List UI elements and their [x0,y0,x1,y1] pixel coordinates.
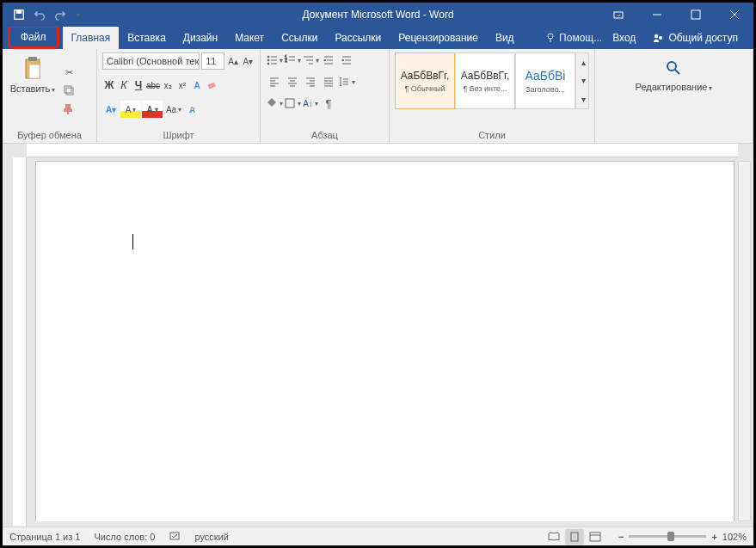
document-page[interactable] [35,161,734,521]
redo-icon[interactable] [51,5,70,24]
pilcrow-icon[interactable]: ¶ [320,95,337,111]
font-color2-icon[interactable]: A▾ [102,101,120,118]
tab-home[interactable]: Главная [63,27,120,49]
print-layout-icon[interactable] [565,529,584,545]
styles-more-icon[interactable]: ▾ [576,90,589,108]
subscript-button[interactable]: x₂ [161,81,175,90]
style-normal[interactable]: АаБбВвГг,¶ Обычный [395,52,455,109]
font-name-combo[interactable]: Calibri (Основной тек [102,52,200,70]
clipboard-icon [19,54,46,82]
editing-button[interactable]: Редактирование [636,52,713,128]
zoom-level[interactable]: 102% [722,532,747,542]
tell-me[interactable]: Помощ... [545,32,602,44]
shrink-font-icon[interactable]: A▾ [242,52,255,70]
language-status[interactable]: русский [194,532,228,542]
horizontal-ruler[interactable] [27,144,738,157]
outdent-icon[interactable] [320,52,337,68]
undo-icon[interactable] [30,5,49,24]
style-heading1[interactable]: АаБбВіЗаголово... [515,52,575,109]
window-title: Документ Microsoft Word - Word [302,9,453,21]
sort-icon[interactable]: A↓ [302,95,319,111]
page-status[interactable]: Страница 1 из 1 [9,532,80,542]
align-left-icon[interactable] [266,74,283,89]
title-bar: Документ Microsoft Word - Word [3,3,753,27]
strike-button[interactable]: abc [146,81,160,90]
line-spacing-icon[interactable] [338,74,355,89]
zoom-slider[interactable] [629,535,706,538]
svg-point-56 [667,62,676,71]
styles-up-icon[interactable]: ▴ [576,53,589,71]
paste-button[interactable]: Вставить [8,52,58,128]
svg-rect-55 [286,99,294,108]
multilevel-icon[interactable] [302,52,319,68]
tab-references[interactable]: Ссылки [273,27,326,49]
tab-view[interactable]: Вид [487,27,523,49]
tell-me-label: Помощ... [559,32,602,44]
font-color-icon[interactable]: A [142,101,163,118]
format-painter-icon[interactable] [61,101,77,116]
web-layout-icon[interactable] [586,529,605,545]
zoom-out-icon[interactable]: − [618,532,624,542]
save-icon[interactable] [9,5,28,24]
svg-point-9 [655,34,658,38]
ribbon-options-icon[interactable] [599,3,637,27]
bullets-icon[interactable] [266,52,283,68]
clear-format-icon[interactable]: A̷ [185,101,199,118]
close-icon[interactable] [715,3,753,27]
svg-line-57 [675,70,679,74]
styles-title: Стили [390,128,594,143]
word-count[interactable]: Число слов: 0 [94,532,155,542]
bold-button[interactable]: Ж [102,79,116,91]
copy-icon[interactable] [61,83,77,98]
tab-design[interactable]: Дизайн [175,27,226,49]
read-mode-icon[interactable] [544,529,563,545]
proofing-icon[interactable] [169,530,181,544]
maximize-icon[interactable] [676,3,715,27]
superscript-button[interactable]: x² [175,81,189,90]
justify-icon[interactable] [320,74,337,89]
group-editing: Редактирование [595,49,753,143]
qat-customize-icon[interactable] [71,5,83,24]
ribbon-tabs: Файл Главная Вставка Дизайн Макет Ссылки… [3,27,753,49]
document-area [3,144,753,526]
underline-button[interactable]: Ч [132,79,145,91]
svg-rect-58 [170,533,179,539]
svg-rect-4 [691,10,700,19]
share-button[interactable]: Общий доступ [646,27,745,49]
change-case-icon[interactable]: Aa [163,101,184,118]
font-size-combo[interactable]: 11 [201,52,224,70]
zoom-in-icon[interactable]: + [711,532,716,542]
eraser-icon[interactable] [205,77,218,94]
group-paragraph: 12 A↓ ¶ Абзац [261,49,390,143]
align-right-icon[interactable] [302,74,319,89]
cut-icon[interactable]: ✂ [61,65,77,80]
vertical-ruler[interactable] [13,157,27,526]
svg-rect-15 [66,88,73,95]
svg-rect-16 [208,83,216,89]
font-title: Шрифт [97,128,260,143]
borders-icon[interactable] [284,95,301,111]
minimize-icon[interactable] [637,3,676,27]
indent-icon[interactable] [338,52,355,68]
tab-layout[interactable]: Макет [226,27,273,49]
italic-button[interactable]: К [117,79,131,91]
vertical-scrollbar[interactable] [738,161,751,521]
quick-access-toolbar [3,5,83,24]
style-nospacing[interactable]: АаБбВвГг,¶ Без инте... [455,52,515,109]
grow-font-icon[interactable]: A▴ [226,52,239,70]
signin-link[interactable]: Вход [605,32,642,44]
text-cursor [132,234,133,249]
text-effects-icon[interactable]: A [190,77,204,94]
highlight-icon[interactable]: A [120,101,141,118]
search-icon [665,59,682,77]
styles-down-icon[interactable]: ▾ [576,71,589,89]
numbering-icon[interactable]: 12 [284,52,301,68]
tab-insert[interactable]: Вставка [119,27,175,49]
tab-mailings[interactable]: Рассылки [326,27,390,49]
tab-review[interactable]: Рецензирование [390,27,487,49]
ribbon: Вставить ✂ Буфер обмена Calibri (Основно… [3,49,753,144]
editing-label: Редактирование [636,82,713,92]
shading-icon[interactable] [266,95,283,111]
tab-file[interactable]: Файл [8,25,59,49]
align-center-icon[interactable] [284,74,301,89]
